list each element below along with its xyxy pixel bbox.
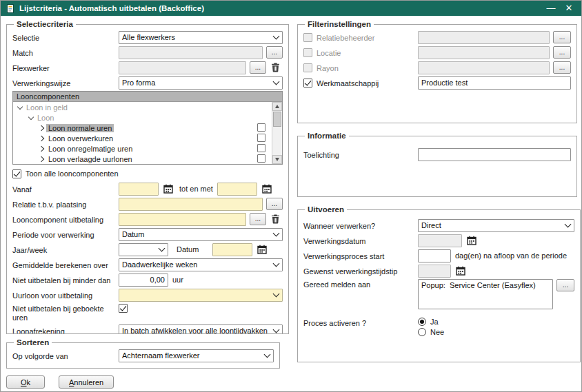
tijdstip-input[interactable]: [418, 265, 451, 278]
calendar-icon: [163, 184, 173, 194]
chevron-right-icon[interactable]: [37, 147, 46, 151]
selectie-dropdown[interactable]: Alle flexwerkers: [119, 31, 283, 44]
tree-item-loon[interactable]: Loon: [13, 112, 271, 123]
chevron-down-icon[interactable]: [26, 116, 35, 119]
chevron-down-icon: [562, 224, 574, 227]
loonafrekening-dropdown[interactable]: In batch afwikkelen voor alle loontijdva…: [119, 324, 283, 335]
datum-input[interactable]: [212, 243, 252, 256]
locatie-browse-button[interactable]: ...: [553, 46, 571, 59]
tree-item-loon-in-geld[interactable]: Loon in geld: [13, 102, 271, 112]
looncomponent-uitbetaling-input[interactable]: [119, 213, 246, 226]
werkmaatschappij-checkbox[interactable]: [303, 79, 312, 87]
field-geboekte: Niet uitbetalen bij geboekte uren: [12, 303, 283, 322]
close-button[interactable]: ✕: [562, 1, 576, 15]
scroll-down-button[interactable]: [272, 155, 282, 164]
niet-minder-input[interactable]: [119, 274, 168, 287]
ja-radio[interactable]: [418, 318, 426, 326]
locatie-checkbox[interactable]: [303, 48, 312, 57]
verwerkingsdatum-calendar-button[interactable]: [465, 234, 479, 247]
rayon-checkbox[interactable]: [303, 63, 312, 72]
periode-label: Periode voor verwerking: [12, 229, 119, 239]
match-browse-button[interactable]: ...: [266, 46, 283, 59]
match-input[interactable]: [119, 46, 263, 59]
volgorde-dropdown[interactable]: Achternaam flexwerker: [119, 349, 274, 362]
tijdstip-calendar-button[interactable]: [454, 265, 468, 277]
proces-start-input[interactable]: [418, 249, 451, 262]
field-gereed: Gereed melden aan Popup: Service Center …: [303, 279, 574, 309]
chevron-right-icon[interactable]: [37, 136, 46, 141]
tree-item-loon-onregelmatige-uren[interactable]: Loon onregelmatige uren: [13, 143, 271, 154]
rayon-browse-button[interactable]: ...: [553, 61, 571, 74]
field-locatie: Locatie ...: [303, 45, 571, 59]
vanaf-label: Vanaf: [12, 184, 119, 194]
werkmaatschappij-input[interactable]: [418, 76, 571, 90]
tree-scrollbar[interactable]: [272, 102, 282, 164]
geboekte-checkbox[interactable]: [119, 304, 128, 313]
scroll-down-icon: [275, 158, 279, 161]
datum-calendar-button[interactable]: [255, 243, 269, 256]
wanneer-dropdown[interactable]: Direct: [418, 219, 574, 232]
field-flexwerker: Flexwerker ...: [12, 61, 283, 74]
minimize-button[interactable]: —: [544, 1, 558, 15]
ok-button[interactable]: Ok: [6, 375, 45, 389]
rayon-label: Rayon: [317, 63, 418, 72]
relatiebeheerder-browse-button[interactable]: ...: [553, 31, 571, 43]
flexwerker-input[interactable]: [119, 61, 246, 74]
tree-item-checkbox[interactable]: [257, 154, 265, 163]
field-verwerkingsdatum: Verwerkingsdatum: [303, 234, 574, 247]
field-verwerkingswijze: Verwerkingswijze Pro forma: [12, 76, 283, 90]
tree-item-checkbox[interactable]: [257, 144, 265, 152]
tree-item-loon-overwerkuren[interactable]: Loon overwerkuren: [13, 133, 271, 143]
gereed-textbox[interactable]: Popup: Service Center (Easyflex): [418, 279, 553, 309]
toon-alle-checkbox[interactable]: [12, 169, 21, 178]
looncomponent-uitbetaling-browse-button[interactable]: ...: [250, 213, 266, 225]
group-filterinstellingen-title: Filterinstellingen: [305, 20, 374, 28]
vanaf-input[interactable]: [119, 183, 159, 196]
chevron-right-icon[interactable]: [37, 126, 46, 130]
flexwerker-browse-button[interactable]: ...: [250, 61, 266, 74]
rayon-input[interactable]: [418, 61, 550, 74]
jaarweek-dropdown[interactable]: [119, 243, 168, 256]
toelichting-input[interactable]: [418, 148, 571, 161]
group-filterinstellingen: Filterinstellingen Relatiebeheerder ... …: [297, 20, 577, 123]
annuleren-button[interactable]: Annuleren: [59, 375, 114, 389]
locatie-input[interactable]: [418, 46, 550, 59]
relatie-browse-button[interactable]: ...: [266, 198, 283, 210]
chevron-right-icon[interactable]: [37, 157, 46, 161]
field-relatiebeheerder: Relatiebeheerder ...: [303, 30, 571, 44]
flexwerker-delete-button[interactable]: [269, 61, 283, 74]
relatie-input[interactable]: [119, 198, 263, 211]
field-niet-minder: Niet uitbetalen bij minder dan uur: [12, 273, 283, 287]
field-volgorde: Op volgorde van Achternaam flexwerker: [12, 349, 274, 362]
tree-item-loon-normale-uren[interactable]: Loon normale uren: [13, 123, 271, 133]
uur-label: uur: [172, 276, 183, 284]
tree-item-checkbox[interactable]: [257, 123, 265, 132]
scroll-thumb[interactable]: [273, 112, 281, 127]
chevron-down-icon[interactable]: [15, 106, 24, 109]
field-proces-activeren: Proces activeren ? Ja Nee: [303, 318, 574, 336]
relatiebeheerder-checkbox[interactable]: [303, 33, 312, 42]
locatie-label: Locatie: [317, 48, 418, 57]
gemiddelde-dropdown[interactable]: Daadwerkelijke weken: [119, 258, 283, 271]
gereed-browse-button[interactable]: ...: [556, 279, 574, 291]
dialog-window: Lijstcriteria - Automatisch uitbetalen (…: [0, 0, 582, 392]
uurloon-dropdown[interactable]: [119, 289, 283, 302]
vanaf-calendar-button[interactable]: [161, 183, 175, 195]
verwerkingswijze-dropdown[interactable]: Pro forma: [119, 76, 283, 90]
tot-en-met-calendar-button[interactable]: [260, 183, 274, 195]
flexwerker-label: Flexwerker: [12, 63, 119, 72]
field-jaarweek: Jaar/week Datum: [12, 243, 283, 256]
scroll-up-button[interactable]: [272, 102, 282, 111]
nee-radio[interactable]: [418, 328, 426, 336]
tree-item-checkbox[interactable]: [257, 134, 265, 142]
verwerkingsdatum-input[interactable]: [418, 234, 462, 247]
looncomponent-uitbetaling-delete-button[interactable]: [269, 213, 283, 225]
looncomponenten-tree: Looncomponenten Loon in geld Loon Loo: [12, 91, 283, 165]
proces-activeren-label: Proces activeren ?: [303, 318, 418, 327]
tree-item-loon-verlaagde-uurlonen[interactable]: Loon verlaagde uurlonen: [13, 154, 271, 164]
field-werkmaatschappij: Werkmaatschappij: [303, 76, 571, 90]
relatiebeheerder-input[interactable]: [418, 31, 550, 44]
scroll-up-icon: [275, 105, 279, 108]
periode-dropdown[interactable]: Datum: [119, 228, 283, 241]
tot-en-met-input[interactable]: [217, 183, 257, 196]
